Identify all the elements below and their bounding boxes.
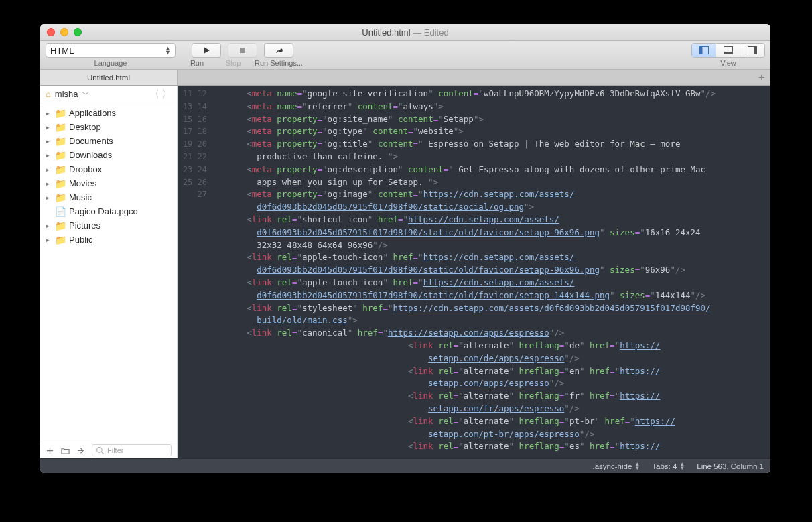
zoom-window-button[interactable] (74, 28, 82, 36)
nav-back-button[interactable]: 〈 (150, 88, 159, 101)
traffic-lights (47, 28, 82, 36)
tab-width-selector[interactable]: Tabs: 4▲▼ (652, 462, 685, 470)
folder-tree[interactable]: ▸📁Applications▸📁Desktop▸📁Documents▸📁Down… (40, 103, 177, 442)
new-folder-icon[interactable] (61, 446, 70, 455)
tree-item[interactable]: ▸📁Applications (40, 106, 177, 120)
svg-rect-7 (754, 47, 757, 54)
window-title: Untitled.html — Edited (40, 27, 770, 38)
svg-point-8 (97, 447, 103, 452)
stop-button[interactable] (228, 43, 257, 58)
add-icon[interactable] (46, 446, 54, 455)
search-icon (96, 446, 105, 455)
cursor-position: Line 563, Column 1 (697, 462, 764, 470)
svg-rect-3 (699, 47, 702, 54)
tree-item[interactable]: ▸📁Music (40, 190, 177, 204)
language-select[interactable]: HTML ▲▼ (46, 43, 176, 58)
run-button[interactable] (192, 43, 221, 58)
tree-item[interactable]: ▸📁Downloads (40, 148, 177, 162)
document-tabs: Untitled.html + (40, 70, 770, 86)
app-window: Untitled.html — Edited HTML ▲▼ Language (40, 24, 770, 473)
svg-rect-1 (240, 48, 245, 53)
tree-item[interactable]: ▸📁Movies (40, 176, 177, 190)
tree-item[interactable]: 📄Pagico Data.pgco (40, 204, 177, 218)
updown-icon: ▲▼ (165, 46, 171, 54)
svg-marker-0 (204, 47, 210, 54)
path-bar[interactable]: ⌂ misha ﹀ 〈 〉 (40, 86, 177, 103)
tree-item[interactable]: ▸📁Desktop (40, 120, 177, 134)
action-icon[interactable] (76, 446, 85, 455)
sidebar-footer: Filter (40, 442, 177, 458)
svg-rect-5 (724, 52, 732, 54)
minimize-window-button[interactable] (60, 28, 68, 36)
close-window-button[interactable] (47, 28, 55, 36)
run-settings-button[interactable] (264, 43, 293, 58)
view-left-pane[interactable] (692, 44, 716, 57)
new-tab-button[interactable]: + (758, 72, 765, 84)
tree-item[interactable]: ▸📁Dropbox (40, 162, 177, 176)
tab-strip[interactable]: + (178, 70, 770, 85)
stop-icon (239, 46, 247, 54)
line-gutter: 11 12 13 14 15 16 17 18 19 20 21 22 23 2… (178, 86, 212, 458)
status-bar: .async-hide▲▼ Tabs: 4▲▼ Line 563, Column… (40, 458, 770, 473)
view-right-pane[interactable] (740, 44, 764, 57)
tree-item[interactable]: ▸📁Public (40, 233, 177, 247)
tree-item[interactable]: ▸📁Pictures (40, 218, 177, 233)
file-browser: ⌂ misha ﹀ 〈 〉 ▸📁Applications▸📁Desktop▸📁D… (40, 86, 178, 458)
nav-forward-button[interactable]: 〉 (162, 88, 172, 101)
titlebar: Untitled.html — Edited (40, 24, 770, 41)
scope-selector[interactable]: .async-hide▲▼ (593, 462, 640, 470)
view-segmented-control[interactable] (691, 43, 765, 58)
filter-input[interactable]: Filter (92, 444, 172, 456)
play-icon (202, 46, 210, 54)
wrench-icon (275, 46, 283, 54)
home-icon: ⌂ (46, 89, 51, 99)
tree-item[interactable]: ▸📁Documents (40, 134, 177, 148)
language-label: Language (94, 59, 127, 67)
tab-untitled[interactable]: Untitled.html (40, 70, 178, 85)
chevron-down-icon: ﹀ (82, 90, 89, 99)
toolbar: HTML ▲▼ Language Run Stop Run Setting (40, 41, 770, 70)
code-editor[interactable]: <meta name="google-site-verification" co… (212, 86, 770, 458)
view-bottom-pane[interactable] (716, 44, 740, 57)
